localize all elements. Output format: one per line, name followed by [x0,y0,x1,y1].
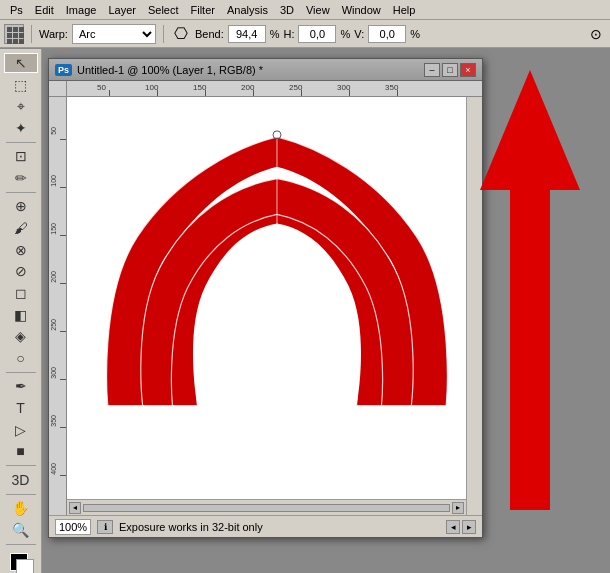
menu-edit[interactable]: Edit [29,2,60,18]
menu-select[interactable]: Select [142,2,185,18]
h-label: H: [283,28,294,40]
status-info-icon[interactable]: ℹ [97,520,113,534]
tool-heal[interactable]: ⊕ [4,197,38,217]
svg-marker-9 [480,70,580,510]
tool-panel: ↖ ⬚ ⌖ ✦ ⊡ ✏ ⊕ 🖌 ⊗ ⊘ ◻ ◧ ◈ ○ ✒ T ▷ ■ 3D ✋… [0,49,42,573]
big-red-arrow [470,60,590,520]
window-buttons: – □ × [424,63,476,77]
tool-lasso[interactable]: ⌖ [4,96,38,116]
menu-view[interactable]: View [300,2,336,18]
tool-separator-5 [6,494,36,495]
maximize-button[interactable]: □ [442,63,458,77]
grid-icon [4,24,24,44]
envelope-icon: ⎔ [171,24,191,44]
ruler-horizontal: 50 100 150 200 250 300 350 [67,81,482,97]
ps-icon: Ps [55,64,72,76]
color-swatch[interactable] [6,553,36,573]
ruler-corner [49,81,67,97]
percent-2: % [340,28,350,40]
menu-layer[interactable]: Layer [102,2,142,18]
menu-image[interactable]: Image [60,2,103,18]
tool-blur[interactable]: ◈ [4,327,38,347]
scroll-track-h [83,504,450,512]
separator-2 [163,25,164,43]
warp-select[interactable]: Arc Arc Lower Arc Upper Arch Bulge Shell… [72,24,156,44]
tool-separator-3 [6,372,36,373]
ruler-v-label-150: 150 [50,223,57,235]
confirm-icon[interactable]: ⊙ [586,24,606,44]
ruler-v-label-400: 400 [50,463,57,475]
bend-input[interactable] [228,25,266,43]
tool-hand[interactable]: ✋ [4,498,38,518]
menu-filter[interactable]: Filter [185,2,221,18]
tool-pen[interactable]: ✒ [4,377,38,397]
status-nav: ◂ ▸ [446,520,476,534]
zoom-input[interactable] [55,519,91,535]
tool-history[interactable]: ⊘ [4,262,38,282]
menu-help[interactable]: Help [387,2,422,18]
ruler-vertical: 50 100 150 200 250 300 350 400 [49,97,67,515]
ruler-h-label-50: 50 [97,83,106,92]
ps-window-title: Untitled-1 @ 100% (Layer 1, RGB/8) * [77,64,424,76]
tool-eraser[interactable]: ◻ [4,283,38,303]
tool-separator-4 [6,465,36,466]
tool-shape[interactable]: ■ [4,442,38,462]
tool-path[interactable]: ▷ [4,420,38,440]
ps-titlebar: Ps Untitled-1 @ 100% (Layer 1, RGB/8) * … [49,59,482,81]
menu-window[interactable]: Window [336,2,387,18]
bend-label: Bend: [195,28,224,40]
tool-separator-6 [6,544,36,545]
v-input[interactable] [368,25,406,43]
options-bar: Warp: Arc Arc Lower Arc Upper Arch Bulge… [0,20,610,48]
arc-drawing [67,97,482,515]
tool-zoom[interactable]: 🔍 [4,520,38,540]
ruler-v-label-100: 100 [50,175,57,187]
ruler-v-label-50: 50 [50,127,57,135]
minimize-button[interactable]: – [424,63,440,77]
tool-separator-2 [6,192,36,193]
ruler-v-label-250: 250 [50,319,57,331]
tool-clone[interactable]: ⊗ [4,240,38,260]
separator [31,25,32,43]
svg-point-8 [275,133,279,137]
ps-window: Ps Untitled-1 @ 100% (Layer 1, RGB/8) * … [48,58,483,538]
warp-label: Warp: [39,28,68,40]
ps-statusbar: ℹ Exposure works in 32-bit only ◂ ▸ [49,515,482,537]
canvas-content [67,97,482,515]
menu-analysis[interactable]: Analysis [221,2,274,18]
percent-3: % [410,28,420,40]
tool-separator-1 [6,142,36,143]
scroll-right-btn[interactable]: ▸ [452,502,464,514]
menu-ps[interactable]: Ps [4,2,29,18]
nav-prev-btn[interactable]: ◂ [446,520,460,534]
h-input[interactable] [298,25,336,43]
tool-magic-wand[interactable]: ✦ [4,118,38,138]
v-label: V: [354,28,364,40]
ruler-v-label-200: 200 [50,271,57,283]
tool-3d[interactable]: 3D [4,470,38,490]
scrollbar-horizontal[interactable]: ◂ ▸ [67,499,466,515]
tool-move[interactable]: ↖ [4,53,38,73]
scroll-left-btn[interactable]: ◂ [69,502,81,514]
percent-1: % [270,28,280,40]
status-message: Exposure works in 32-bit only [119,521,440,533]
tool-dodge[interactable]: ○ [4,348,38,368]
tool-brush[interactable]: 🖌 [4,218,38,238]
ruler-v-label-300: 300 [50,367,57,379]
nav-next-btn[interactable]: ▸ [462,520,476,534]
tool-select-rect[interactable]: ⬚ [4,75,38,95]
tool-crop[interactable]: ⊡ [4,146,38,166]
menu-bar: Ps Edit Image Layer Select Filter Analys… [0,0,610,20]
tool-text[interactable]: T [4,398,38,418]
tool-eyedropper[interactable]: ✏ [4,168,38,188]
tool-gradient[interactable]: ◧ [4,305,38,325]
menu-3d[interactable]: 3D [274,2,300,18]
ruler-v-label-350: 350 [50,415,57,427]
